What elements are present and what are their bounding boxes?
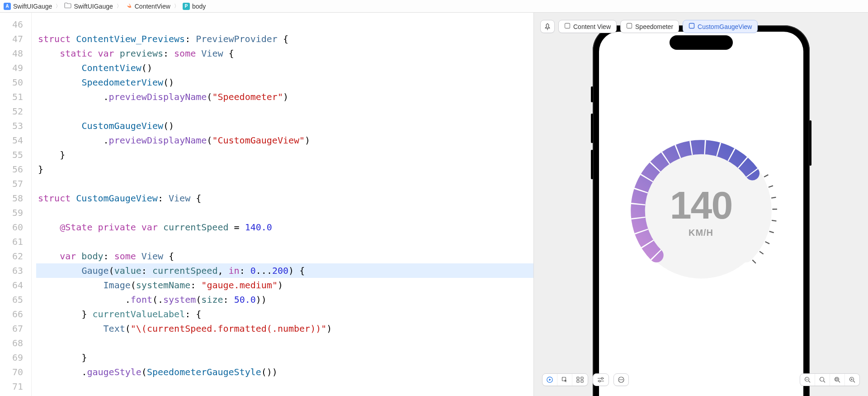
- breadcrumb-label: ContentView: [135, 3, 170, 10]
- code-line[interactable]: [36, 234, 533, 249]
- svg-rect-20: [599, 380, 600, 382]
- pin-preview-button[interactable]: [540, 20, 555, 33]
- device-power-button: [809, 120, 811, 166]
- zoom-group: [800, 373, 860, 386]
- code-line[interactable]: Text("\(currentSpeed.formatted(.number))…: [36, 321, 533, 336]
- code-line[interactable]: SpeedometerView(): [36, 75, 533, 90]
- code-line[interactable]: [36, 336, 533, 350]
- device-volume-down: [591, 150, 593, 179]
- preview-tab-icon: [564, 23, 571, 30]
- svg-rect-1: [627, 24, 632, 29]
- device-mute-switch: [591, 86, 593, 102]
- code-editor[interactable]: 4647484950515253545556575859606162636465…: [0, 13, 533, 396]
- canvas-settings-group: [613, 373, 629, 386]
- property-icon: P: [183, 3, 190, 10]
- preview-tab-custom-gauge-view[interactable]: CustomGaugeView: [683, 20, 758, 33]
- cursor-rect-icon: [561, 377, 568, 383]
- device-frame: 140 KM/H: [593, 25, 810, 396]
- device-dynamic-island: [670, 35, 733, 50]
- svg-point-26: [820, 377, 824, 382]
- svg-point-22: [619, 379, 620, 380]
- breadcrumb-item-symbol[interactable]: P body: [183, 3, 206, 10]
- code-line[interactable]: [36, 17, 533, 32]
- line-number-gutter: 4647484950515253545556575859606162636465…: [0, 13, 32, 396]
- code-line[interactable]: .gaugeStyle(SpeedometerGaugeStyle()): [36, 365, 533, 379]
- magnify-icon: [819, 377, 826, 383]
- code-line[interactable]: .previewDisplayName("CustomGaugeView"): [36, 133, 533, 148]
- svg-rect-28: [836, 378, 838, 380]
- chevron-right-icon: 〉: [117, 3, 122, 10]
- device-volume-up: [591, 114, 593, 143]
- preview-tab-label: Content View: [573, 23, 611, 30]
- preview-mode-group: [542, 373, 588, 386]
- device-settings-group: [593, 373, 609, 386]
- code-line[interactable]: }: [36, 148, 533, 162]
- gauge: 140 KM/H: [622, 131, 780, 290]
- code-line[interactable]: @State private var currentSpeed = 140.0: [36, 220, 533, 234]
- preview-tab-icon: [689, 23, 695, 30]
- preview-tab-label: CustomGaugeView: [698, 23, 752, 30]
- sliders-icon: [597, 377, 604, 383]
- code-line[interactable]: }: [36, 162, 533, 177]
- project-icon: A: [4, 3, 11, 10]
- svg-rect-16: [581, 377, 583, 379]
- gauge-value: 140: [670, 183, 732, 228]
- zoom-out-full-button[interactable]: [800, 374, 815, 386]
- breadcrumb-label: SwiftUIGauge: [13, 3, 52, 10]
- selectable-preview-button[interactable]: [557, 374, 572, 386]
- breadcrumb-label: body: [192, 3, 206, 10]
- preview-canvas: Content View Speedometer CustomGaugeView: [533, 13, 868, 396]
- code-line[interactable]: }: [36, 350, 533, 365]
- svg-rect-19: [601, 377, 603, 379]
- preview-tab-speedometer[interactable]: Speedometer: [620, 20, 679, 33]
- code-line[interactable]: CustomGaugeView(): [36, 119, 533, 133]
- swift-icon: [125, 2, 132, 10]
- breadcrumb-item-file[interactable]: ContentView: [125, 2, 170, 10]
- code-line[interactable]: [36, 104, 533, 119]
- device-settings-button[interactable]: [593, 374, 609, 386]
- preview-bottom-toolbar: [542, 373, 860, 386]
- code-line[interactable]: .font(.system(size: 50.0)): [36, 292, 533, 307]
- preview-tab-content-view[interactable]: Content View: [558, 20, 617, 33]
- code-area[interactable]: struct ContentView_Previews: PreviewProv…: [32, 13, 533, 396]
- code-line[interactable]: static var previews: some View {: [36, 46, 533, 61]
- code-line[interactable]: struct CustomGaugeView: View {: [36, 191, 533, 205]
- breadcrumb-item-project[interactable]: A SwiftUIGauge: [4, 3, 52, 10]
- preview-tabs: Content View Speedometer CustomGaugeView: [540, 20, 758, 33]
- folder-icon: [64, 2, 71, 10]
- magnify-fit-icon: [834, 377, 840, 383]
- magnify-minus-icon: [804, 377, 811, 383]
- svg-point-23: [621, 379, 622, 380]
- canvas-settings-button[interactable]: [614, 374, 628, 386]
- svg-point-27: [835, 377, 839, 382]
- ellipsis-circle-icon: [618, 377, 624, 383]
- svg-rect-0: [565, 24, 570, 29]
- breadcrumb-item-folder[interactable]: SwiftUIGauge: [64, 2, 113, 10]
- code-line[interactable]: [36, 379, 533, 394]
- svg-point-24: [622, 379, 623, 380]
- chevron-right-icon: 〉: [56, 3, 61, 10]
- gauge-unit-label: KM/H: [689, 228, 713, 238]
- code-line[interactable]: .previewDisplayName("Speedometer"): [36, 90, 533, 104]
- preview-tab-icon: [626, 23, 632, 30]
- play-icon: [547, 377, 553, 383]
- code-line[interactable]: ContentView(): [36, 61, 533, 75]
- device-screen[interactable]: 140 KM/H: [599, 32, 803, 396]
- code-line[interactable]: [36, 177, 533, 191]
- chevron-right-icon: 〉: [174, 3, 179, 10]
- code-line[interactable]: } currentValueLabel: {: [36, 307, 533, 321]
- code-line[interactable]: Image(systemName: "gauge.medium"): [36, 278, 533, 292]
- variants-icon: [576, 377, 584, 383]
- live-preview-play-button[interactable]: [542, 374, 557, 386]
- variants-button[interactable]: [572, 374, 588, 386]
- svg-rect-15: [577, 377, 579, 379]
- svg-rect-17: [577, 380, 579, 382]
- zoom-fit-button[interactable]: [830, 374, 844, 386]
- zoom-in-button[interactable]: [844, 374, 859, 386]
- svg-rect-18: [581, 380, 583, 382]
- code-line[interactable]: var body: some View {: [36, 249, 533, 263]
- code-line[interactable]: struct ContentView_Previews: PreviewProv…: [36, 32, 533, 46]
- code-line[interactable]: Gauge(value: currentSpeed, in: 0...200) …: [36, 263, 533, 278]
- code-line[interactable]: [36, 205, 533, 220]
- zoom-out-button[interactable]: [815, 374, 830, 386]
